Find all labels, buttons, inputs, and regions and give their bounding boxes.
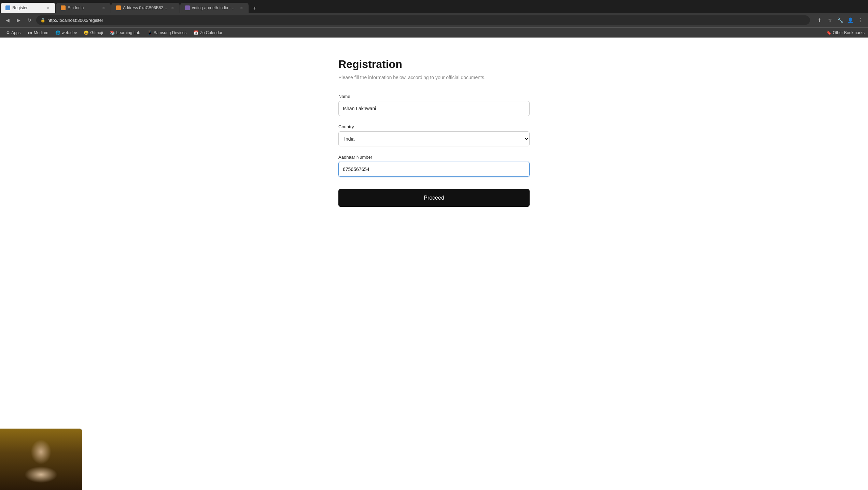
bookmark-zo-calendar[interactable]: 📅 Zo Calendar <box>191 30 225 36</box>
tab-address[interactable]: Address 0xaCB06B82787705... ✕ <box>111 3 180 13</box>
bookmark-apps-favicon: ⚙ <box>6 30 10 35</box>
more-options-icon[interactable]: ⋮ <box>856 16 865 24</box>
bookmark-gitmoji-favicon: 😄 <box>84 30 89 35</box>
url-bar[interactable]: 🔒 http://localhost:3000/register <box>36 15 810 25</box>
bookmark-learning-lab-favicon: 📚 <box>110 30 115 35</box>
bookmark-apps-label: Apps <box>11 30 20 35</box>
bookmark-gitmoji-label: Gitmoji <box>90 30 103 35</box>
page-subtitle: Please fill the information below, accor… <box>338 75 530 80</box>
tab-label-voting: voting-app-eth-india - Cloud ... <box>192 5 237 10</box>
tab-favicon-register <box>5 5 10 10</box>
webcam-person <box>0 429 82 490</box>
name-label: Name <box>338 94 530 99</box>
tab-close-eth-india[interactable]: ✕ <box>101 5 106 10</box>
aadhaar-label: Aadhaar Number <box>338 155 530 160</box>
tab-voting-app[interactable]: voting-app-eth-india - Cloud ... ✕ <box>180 3 249 13</box>
bookmarks-bar: ⚙ Apps ●● Medium 🌐 web.dev 😄 Gitmoji 📚 L… <box>0 27 868 38</box>
webcam-video <box>0 429 82 490</box>
page-content: Registration Please fill the information… <box>0 38 868 490</box>
aadhaar-field-group: Aadhaar Number <box>338 155 530 177</box>
bookmark-gitmoji[interactable]: 😄 Gitmoji <box>81 30 106 36</box>
bookmark-medium-label: Medium <box>34 30 48 35</box>
bookmark-medium-favicon: ●● <box>27 30 32 35</box>
extension-icon[interactable]: 🔧 <box>836 16 844 24</box>
country-label: Country <box>338 124 530 129</box>
bookmark-apps[interactable]: ⚙ Apps <box>3 30 23 36</box>
profile-icon[interactable]: 👤 <box>846 16 854 24</box>
new-tab-button[interactable]: + <box>250 3 260 13</box>
country-field-group: Country India USA UK Canada Australia <box>338 124 530 146</box>
aadhaar-input[interactable] <box>338 162 530 177</box>
tab-close-voting[interactable]: ✕ <box>239 5 244 10</box>
url-bar-icons: ⬆ ☆ 🔧 👤 ⋮ <box>815 16 865 24</box>
webcam-overlay <box>0 429 82 490</box>
tab-favicon-address <box>116 5 121 10</box>
tab-bar: Register ✕ Eth India ✕ Address 0xaCB06B8… <box>0 0 868 13</box>
bookmark-learning-lab-label: Learning Lab <box>116 30 140 35</box>
proceed-button[interactable]: Proceed <box>338 189 530 207</box>
name-input[interactable] <box>338 101 530 116</box>
bookmark-medium[interactable]: ●● Medium <box>25 30 51 36</box>
other-bookmarks[interactable]: 🔖 Other Bookmarks <box>826 30 865 35</box>
back-button[interactable]: ◀ <box>3 16 12 24</box>
tab-eth-india[interactable]: Eth India ✕ <box>56 3 111 13</box>
country-select[interactable]: India USA UK Canada Australia <box>338 131 530 146</box>
bookmark-webdev[interactable]: 🌐 web.dev <box>53 30 80 36</box>
url-bar-row: ◀ ▶ ↻ 🔒 http://localhost:3000/register ⬆… <box>0 13 868 27</box>
tab-label-register: Register <box>12 5 44 10</box>
tab-register[interactable]: Register ✕ <box>1 3 55 13</box>
bookmark-samsung-favicon: 📱 <box>147 30 152 35</box>
tab-favicon-eth-india <box>61 5 66 10</box>
form-container: Registration Please fill the information… <box>338 58 530 207</box>
bookmark-star-icon[interactable]: ☆ <box>826 16 834 24</box>
tab-label-address: Address 0xaCB06B82787705... <box>123 5 168 10</box>
refresh-button[interactable]: ↻ <box>25 16 33 24</box>
bookmark-learning-lab[interactable]: 📚 Learning Lab <box>107 30 143 36</box>
page-title: Registration <box>338 58 530 71</box>
tab-close-address[interactable]: ✕ <box>170 5 175 10</box>
share-icon[interactable]: ⬆ <box>815 16 824 24</box>
bookmark-webdev-favicon: 🌐 <box>55 30 60 35</box>
bookmark-zo-calendar-favicon: 📅 <box>193 30 198 35</box>
tab-favicon-voting <box>185 5 190 10</box>
name-field-group: Name <box>338 94 530 116</box>
tab-label-eth-india: Eth India <box>68 5 99 10</box>
bookmark-samsung-label: Samsung Devices <box>154 30 187 35</box>
bookmark-webdev-label: web.dev <box>62 30 77 35</box>
forward-button[interactable]: ▶ <box>14 16 23 24</box>
bookmark-zo-calendar-label: Zo Calendar <box>200 30 222 35</box>
browser-chrome: Register ✕ Eth India ✕ Address 0xaCB06B8… <box>0 0 868 38</box>
tab-close-register[interactable]: ✕ <box>46 5 51 10</box>
url-text: http://localhost:3000/register <box>47 18 103 23</box>
bookmark-samsung[interactable]: 📱 Samsung Devices <box>144 30 190 36</box>
